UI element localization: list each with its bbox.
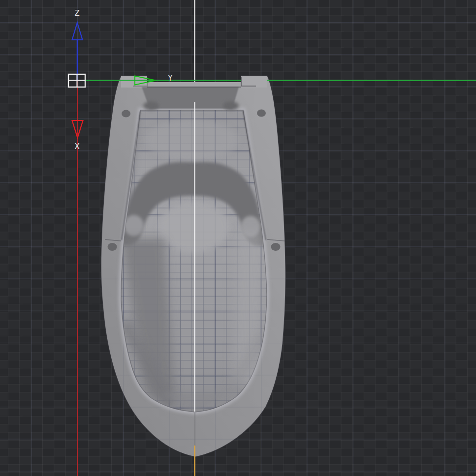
screw-hole-top-left — [122, 110, 130, 118]
saddle-inner-light — [159, 202, 229, 253]
saddle-notch-left — [124, 215, 144, 237]
screw-hole-mid-left — [108, 243, 117, 251]
y-axis-label: Y — [165, 74, 176, 83]
z-axis-arrow-icon[interactable] — [72, 23, 83, 40]
z-axis — [72, 23, 83, 80]
z-axis-label: Z — [72, 9, 83, 18]
floor-upper-sheen — [145, 119, 239, 161]
back-wall-shadow-left — [143, 101, 159, 110]
screw-hole-mid-right — [271, 243, 281, 251]
origin-grid-icon[interactable] — [68, 74, 85, 87]
x-axis-label: X — [72, 142, 83, 151]
scene-canvas — [0, 0, 476, 476]
x-axis — [72, 80, 83, 476]
model-3d[interactable] — [98, 76, 295, 462]
screw-hole-top-right — [257, 110, 266, 117]
back-wall-shadow-right — [223, 101, 239, 110]
viewport-3d[interactable]: Z Y X — [0, 0, 476, 476]
